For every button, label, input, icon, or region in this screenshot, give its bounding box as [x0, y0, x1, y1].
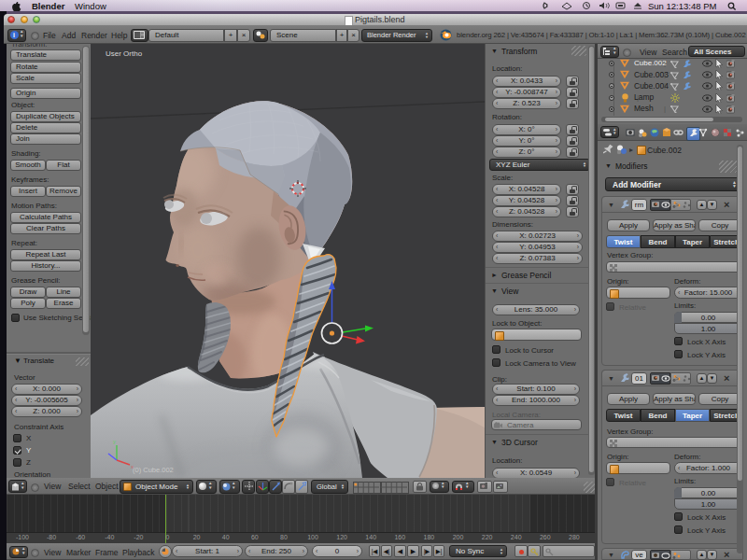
- svg-text:(0) Cube.002: (0) Cube.002: [133, 466, 174, 474]
- svg-text:y: y: [113, 439, 116, 444]
- svg-text:User Ortho: User Ortho: [106, 49, 143, 58]
